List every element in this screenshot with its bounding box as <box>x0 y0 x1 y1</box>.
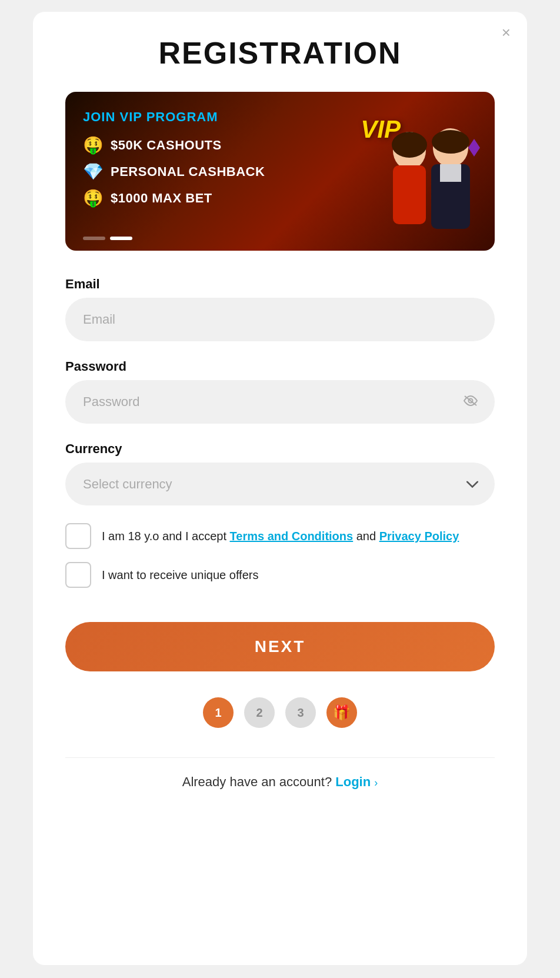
password-input[interactable] <box>65 380 495 424</box>
banner-item-1: 🤑 $50K CASHOUTS <box>83 135 265 155</box>
terms-checkbox-item[interactable]: I am 18 y.o and I accept Terms and Condi… <box>65 523 495 549</box>
password-input-wrapper <box>65 380 495 424</box>
vip-label: VIP <box>361 115 401 144</box>
terms-checkbox[interactable] <box>65 523 91 549</box>
page-title: REGISTRATION <box>65 35 495 71</box>
eye-icon[interactable] <box>463 394 478 410</box>
email-field-group: Email <box>65 277 495 341</box>
svg-rect-5 <box>440 164 461 182</box>
offers-text: I want to receive unique offers <box>102 567 258 583</box>
currency-label: Currency <box>65 441 495 457</box>
terms-text: I am 18 y.o and I accept Terms and Condi… <box>102 528 459 544</box>
banner-dots <box>83 237 132 240</box>
footer-text: Already have an account? <box>182 774 332 789</box>
next-button[interactable]: NEXT <box>65 622 495 671</box>
maxbet-text: $1000 MAX BET <box>111 191 212 206</box>
dot-1 <box>83 237 105 240</box>
banner-item-3: 🤑 $1000 MAX BET <box>83 188 265 208</box>
cashback-text: PERSONAL CASHBACK <box>111 164 265 179</box>
offers-checkbox-item[interactable]: I want to receive unique offers <box>65 562 495 588</box>
password-label: Password <box>65 359 495 374</box>
login-link[interactable]: Login <box>335 774 371 789</box>
vip-banner: JOIN VIP PROGRAM 🤑 $50K CASHOUTS 💎 PERSO… <box>65 92 495 251</box>
password-field-group: Password <box>65 359 495 424</box>
banner-content: JOIN VIP PROGRAM 🤑 $50K CASHOUTS 💎 PERSO… <box>83 109 265 215</box>
privacy-link[interactable]: Privacy Policy <box>379 530 459 543</box>
email-input-wrapper <box>65 298 495 341</box>
email-input[interactable] <box>65 298 495 341</box>
checkbox-group: I am 18 y.o and I accept Terms and Condi… <box>65 523 495 601</box>
registration-modal: × REGISTRATION JOIN VIP PROGRAM 🤑 $50K C… <box>33 12 527 965</box>
banner-tag: JOIN VIP PROGRAM <box>83 109 265 125</box>
offers-checkbox[interactable] <box>65 562 91 588</box>
svg-marker-7 <box>468 139 480 157</box>
maxbet-emoji: 🤑 <box>83 188 104 208</box>
steps-indicator: 1 2 3 🎁 <box>65 697 495 728</box>
chevron-right-icon: › <box>374 777 378 789</box>
cashout-emoji: 🤑 <box>83 135 104 155</box>
footer: Already have an account? Login › <box>65 757 495 790</box>
dot-2 <box>110 237 132 240</box>
email-label: Email <box>65 277 495 292</box>
svg-rect-1 <box>393 165 426 224</box>
cashout-text: $50K CASHOUTS <box>111 138 222 153</box>
close-button[interactable]: × <box>502 25 511 40</box>
step-3[interactable]: 3 <box>285 697 316 728</box>
currency-select[interactable]: Select currency USD EUR GBP BTC ETH <box>65 463 495 505</box>
step-1[interactable]: 1 <box>203 697 234 728</box>
step-2[interactable]: 2 <box>244 697 275 728</box>
currency-field-group: Currency Select currency USD EUR GBP BTC… <box>65 441 495 505</box>
banner-item-2: 💎 PERSONAL CASHBACK <box>83 162 265 181</box>
terms-link[interactable]: Terms and Conditions <box>230 530 354 543</box>
currency-select-wrapper: Select currency USD EUR GBP BTC ETH <box>65 463 495 505</box>
terms-between: and <box>353 530 379 543</box>
terms-prefix: I am 18 y.o and I accept <box>102 530 230 543</box>
svg-point-6 <box>432 130 469 154</box>
cashback-emoji: 💎 <box>83 162 104 181</box>
step-gift[interactable]: 🎁 <box>326 697 357 728</box>
